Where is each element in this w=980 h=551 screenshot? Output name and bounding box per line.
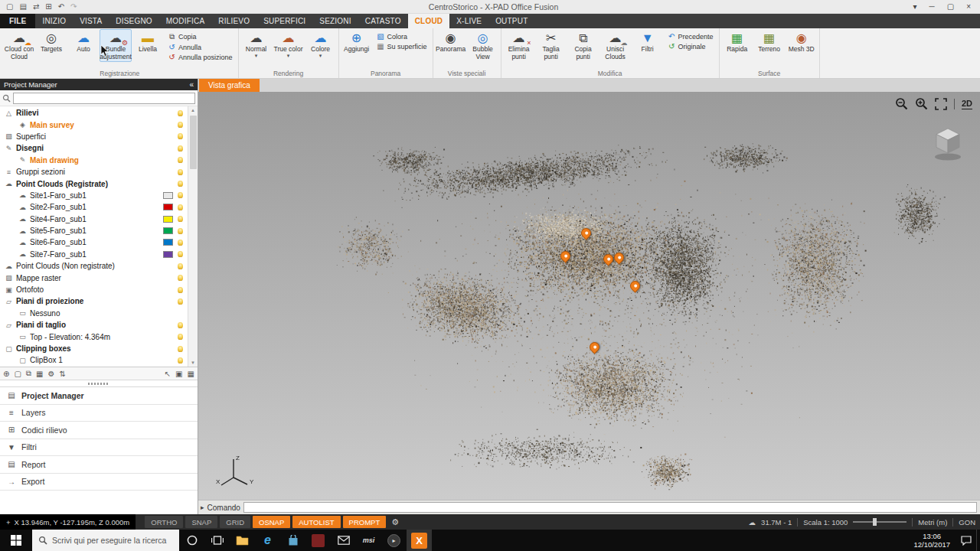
tree-item-site2[interactable]: ☁Site2-Faro_sub1 [0,201,188,213]
targets-button[interactable]: ◎ Targets [35,29,67,55]
tree-scrollbar[interactable]: ▲ ▼ [188,106,198,367]
tree-item-nessuno[interactable]: ▭Nessuno [0,308,188,319]
taskview-icon[interactable] [204,530,230,551]
annulla-button[interactable]: ↺ Annulla [165,42,235,52]
precedente-button[interactable]: ↶ Precedente [665,31,716,41]
visibility-bulb-icon[interactable] [178,346,183,352]
point-cloud-canvas[interactable] [198,92,980,500]
tab-file[interactable]: FILE [0,14,35,28]
sort-icon[interactable]: ⇅ [59,370,65,378]
visibility-bulb-icon[interactable] [178,322,183,328]
redo-icon[interactable]: ↷ [67,2,80,11]
viewport-3d[interactable]: 2D Z X Y [198,92,980,500]
view-2d-button[interactable]: 2D [962,99,972,109]
nav-cube[interactable] [929,124,966,165]
maximize-button[interactable]: ▢ [941,2,960,11]
msi-app-icon[interactable]: msi [356,530,381,551]
annulla-posizione-button[interactable]: ↺ Annulla posizione [165,52,235,62]
visibility-bulb-icon[interactable] [178,287,183,293]
visibility-bulb-icon[interactable] [178,251,183,257]
panel-nav-project-manager[interactable]: ▤Project Manager [0,387,198,405]
edge-browser-icon[interactable]: e [255,530,280,551]
tree-item-piani-di-taglio[interactable]: ▱Piani di taglio [0,319,188,331]
open-project-icon[interactable]: ▤ [16,2,29,11]
panel-nav-codici-rilievo[interactable]: ⊞Codici rilievo [0,422,198,439]
tree-item-site5[interactable]: ☁Site5-Faro_sub1 [0,225,188,236]
tree-item-rilievi[interactable]: △Rilievi [0,107,188,119]
visibility-bulb-icon[interactable] [178,263,183,269]
settings-gear-icon[interactable]: ⚙ [391,517,399,527]
visibility-bulb-icon[interactable] [178,228,183,234]
visibility-bulb-icon[interactable] [178,216,183,222]
color-swatch[interactable] [163,239,173,246]
livella-button[interactable]: ▬ Livella [132,29,164,55]
aggiungi-button[interactable]: ⊕ Aggiungi [341,29,373,55]
cloud-con-cloud-button[interactable]: ☁☁ Cloud con Cloud [3,29,35,62]
color-swatch[interactable] [163,216,173,223]
tree-item-top-elevation[interactable]: ▭Top - Elevation: 4.364m [0,331,188,342]
auto-button[interactable]: ☁ Auto [67,29,100,55]
visibility-bulb-icon[interactable] [178,157,183,163]
tab-xlive[interactable]: X-LIVE [449,14,488,28]
visibility-bulb-icon[interactable] [178,192,183,198]
tree-item-ortofoto[interactable]: ▣Ortofoto [0,284,188,295]
tree-item-site7[interactable]: ☁Site7-Faro_sub1 [0,249,188,260]
panorama-view-button[interactable]: ◉ Panorama [435,29,467,55]
visibility-bulb-icon[interactable] [178,275,183,281]
visibility-bulb-icon[interactable] [178,298,183,305]
mail-icon[interactable] [331,530,356,551]
visibility-bulb-icon[interactable] [178,334,183,340]
visibility-bulb-icon[interactable] [178,181,183,187]
taskbar-clock[interactable]: 13:06 12/10/2017 [907,530,956,551]
tab-cloud[interactable]: CLOUD [408,14,450,28]
true-color-button[interactable]: ☁ True color ▾ [273,29,305,60]
visibility-bulb-icon[interactable] [178,204,183,210]
tab-sezioni[interactable]: SEZIONI [312,14,358,28]
sync-icon[interactable]: ⇄ [30,2,42,11]
tree-item-main-survey[interactable]: ◈Main survey [0,119,188,130]
normal-button[interactable]: ☁ Normal ▾ [240,29,273,60]
command-input[interactable] [243,502,977,513]
new-box-icon[interactable]: ▢ [14,370,21,378]
terreno-button[interactable]: ▦ Terreno [753,29,786,55]
color-swatch[interactable] [163,251,173,258]
scroll-up-icon[interactable]: ▲ [191,106,195,114]
scroll-down-icon[interactable]: ▼ [191,359,195,367]
panel-splitter[interactable] [0,380,198,386]
copia-punti-button[interactable]: ⧉ Copia punti [567,29,599,62]
rapida-button[interactable]: ▦ Rapida [721,29,753,55]
angle-units-selector[interactable]: GON [959,518,975,527]
minimize-button[interactable]: ─ [923,2,941,11]
tree-item-site1[interactable]: ☁Site1-Faro_sub1 [0,190,188,201]
color-swatch[interactable] [163,227,173,234]
show-desktop-button[interactable] [976,530,980,551]
tree-item-clipbox-1[interactable]: ▢ClipBox 1 [0,354,188,366]
visibility-bulb-icon[interactable] [178,357,183,364]
visibility-bulb-icon[interactable] [178,145,183,152]
store-icon[interactable] [280,530,305,551]
grid-tool-icon[interactable]: ▦ [36,370,43,378]
colore-button[interactable]: ☁ Colore ▾ [305,29,337,60]
search-input[interactable] [13,93,195,104]
slider-handle[interactable] [873,518,877,526]
mesh-3d-button[interactable]: ◉ Mesh 3D [786,29,818,55]
toggle-prompt[interactable]: PROMPT [343,516,387,528]
panel-nav-filtri[interactable]: ▼Filtri [0,439,198,457]
copia-button[interactable]: ⧉ Copia [165,31,235,42]
visibility-bulb-icon[interactable] [178,110,183,116]
visibility-bulb-icon[interactable] [178,122,183,128]
collapse-panel-icon[interactable]: « [189,80,194,89]
toggle-autolist[interactable]: AUTOLIST [292,516,340,528]
filtri-button[interactable]: ▼ Filtri [632,29,664,55]
su-superficie-button[interactable]: ▦ Su superficie [374,41,430,51]
toggle-snap[interactable]: SNAP [185,516,217,528]
tab-superfici[interactable]: SUPERFICI [256,14,312,28]
taskbar-search[interactable]: Scrivi qui per eseguire la ricerca [32,530,179,551]
xpad-app-icon[interactable]: X [407,530,432,551]
taglia-punti-button[interactable]: ✂ Taglia punti [535,29,567,62]
tree-item-piani-di-proiezione[interactable]: ▱Piani di proiezione [0,295,188,307]
cortana-icon[interactable] [179,530,204,551]
tab-vista-grafica[interactable]: Vista grafica [199,79,260,92]
app-red-icon[interactable] [305,530,331,551]
zoom-in-icon[interactable] [915,97,928,110]
